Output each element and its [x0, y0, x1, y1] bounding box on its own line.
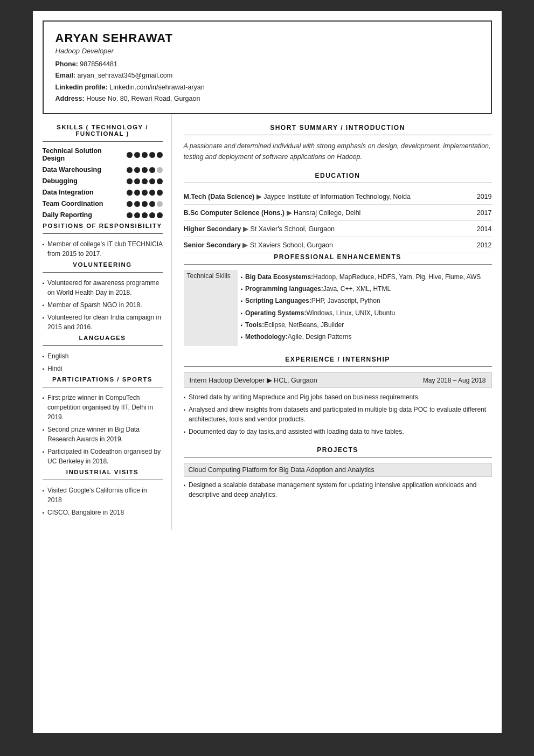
- skill-row: Daily Reporting: [43, 211, 163, 219]
- skill-dot: [127, 212, 133, 218]
- skill-dot: [142, 212, 148, 218]
- projects-divider: [184, 457, 492, 457]
- summary-divider: [184, 135, 492, 135]
- skill-dot: [157, 201, 163, 207]
- participations-title: PARTICIPATIONS / SPORTS: [43, 376, 163, 383]
- industrial-divider: [43, 480, 163, 480]
- skill-name: Data Warehousing: [43, 166, 122, 174]
- skill-dot: [142, 178, 148, 184]
- list-item: Participated in Codeathon organised by U…: [43, 447, 163, 466]
- languages-divider: [43, 345, 163, 346]
- skill-dot: [134, 212, 140, 218]
- skill-dot: [127, 167, 133, 173]
- address-line: Address: House No. 80, Rewari Road, Gurg…: [56, 93, 479, 105]
- left-column: SKILLS ( TECHNOLOGY / FUNCTIONAL ) Techn…: [43, 114, 172, 530]
- education-title: EDUCATION: [184, 172, 492, 179]
- skill-dot: [149, 178, 155, 184]
- skills-divider: [43, 141, 163, 142]
- list-item: CISCO, Bangalore in 2018: [43, 508, 163, 517]
- email-line: Email: aryan_sehravat345@gmail.com: [56, 70, 479, 81]
- experience-section: EXPERIENCE / INTERNSHIP Intern Hadoop De…: [184, 356, 492, 436]
- phone-value: 9878564481: [80, 60, 117, 68]
- experience-container: Intern Hadoop Developer ▶ HCL, GurgaonMa…: [184, 372, 492, 436]
- list-item: English: [43, 351, 163, 361]
- skill-dot: [149, 190, 155, 196]
- list-item: Second prize winner in Big Data Research…: [43, 425, 163, 444]
- skill-dot: [157, 212, 163, 218]
- summary-section: SHORT SUMMARY / INTRODUCTION A passionat…: [184, 124, 492, 162]
- list-item: Scripting Languages: PHP, Javascript, Py…: [241, 296, 489, 306]
- list-item: Programming languages: Java, C++, XML, H…: [241, 284, 489, 294]
- positions-title: POSITIONS OF RESPONSIBILITY: [43, 223, 163, 229]
- skill-dot: [149, 152, 155, 158]
- skill-dot: [142, 201, 148, 207]
- projects-container: Cloud Computing Platform for Big Data Ad…: [184, 463, 492, 500]
- skill-name: Team Coordination: [43, 200, 122, 207]
- education-divider: [184, 183, 492, 183]
- education-row: M.Tech (Data Science) ▶ Jaypee Institute…: [184, 189, 492, 205]
- education-row: B.Sc Computer Science (Hons.) ▶ Hansraj …: [184, 205, 492, 221]
- skill-dot: [134, 178, 140, 184]
- skill-dot: [142, 167, 148, 173]
- positions-section: POSITIONS OF RESPONSIBILITY Member of co…: [43, 223, 163, 259]
- summary-text: A passionate and determined individual w…: [184, 141, 492, 162]
- skill-name: Technical Solution Design: [43, 147, 122, 162]
- list-item: Hindi: [43, 364, 163, 373]
- volunteering-divider: [43, 272, 163, 273]
- list-item: First prize winner in CompuTech competit…: [43, 393, 163, 422]
- email-label: Email:: [56, 72, 76, 79]
- languages-list: EnglishHindi: [43, 351, 163, 373]
- list-item: Documented day to day tasks,and assisted…: [184, 427, 492, 436]
- address-label: Address:: [56, 95, 85, 102]
- education-year: 2017: [477, 209, 492, 217]
- enhancements-container: Technical SkillsBig Data Ecosystems: Had…: [184, 270, 492, 346]
- skill-dot: [127, 178, 133, 184]
- experience-bullets: Stored data by writing Mapreduce and Pig…: [184, 392, 492, 436]
- skill-dot: [134, 167, 140, 173]
- phone-line: Phone: 9878564481: [56, 59, 479, 70]
- positions-list: Member of college's IT club TECHNICIA fr…: [43, 239, 163, 259]
- skill-dot: [134, 190, 140, 196]
- experience-divider: [184, 366, 492, 367]
- skill-row: Data Warehousing: [43, 166, 163, 174]
- education-year: 2014: [477, 225, 492, 233]
- projects-title: PROJECTS: [184, 446, 492, 454]
- skill-dots: [127, 190, 163, 196]
- skill-dot: [134, 201, 140, 207]
- skill-dots: [127, 178, 163, 184]
- skill-name: Daily Reporting: [43, 211, 122, 219]
- skill-dot: [149, 167, 155, 173]
- list-item: Designed a scalable database management …: [184, 480, 492, 500]
- list-item: Member of college's IT club TECHNICIA fr…: [43, 239, 163, 259]
- skill-dots: [127, 201, 163, 207]
- skill-dot: [157, 178, 163, 184]
- projects-section: PROJECTS Cloud Computing Platform for Bi…: [184, 446, 492, 500]
- summary-title: SHORT SUMMARY / INTRODUCTION: [184, 124, 492, 131]
- industrial-list: Visited Google's California office in 20…: [43, 485, 163, 517]
- volunteering-section: VOLUNTEERING Volunteered for awareness p…: [43, 261, 163, 332]
- skill-dot: [157, 152, 163, 158]
- industrial-title: INDUSTRIAL VISITS: [43, 469, 163, 475]
- skill-dot: [142, 190, 148, 196]
- address-value: House No. 80, Rewari Road, Gurgaon: [86, 95, 200, 102]
- enhancement-content: Big Data Ecosystems: Hadoop, MapReduce, …: [238, 270, 492, 346]
- project-bullets: Designed a scalable database management …: [184, 480, 492, 500]
- education-year: 2012: [477, 241, 492, 249]
- experience-header: Intern Hadoop Developer ▶ HCL, GurgaonMa…: [184, 372, 492, 388]
- education-section: EDUCATION M.Tech (Data Science) ▶ Jaypee…: [184, 172, 492, 253]
- linkedin-label: Linkedin profile:: [56, 84, 108, 91]
- languages-section: LANGUAGES EnglishHindi: [43, 335, 163, 373]
- skill-dot: [127, 190, 133, 196]
- skill-row: Team Coordination: [43, 200, 163, 207]
- experience-title: EXPERIENCE / INTERNSHIP: [184, 356, 492, 363]
- project-title: Cloud Computing Platform for Big Data Ad…: [184, 463, 492, 477]
- education-list: M.Tech (Data Science) ▶ Jaypee Institute…: [184, 189, 492, 253]
- skill-dots: [127, 167, 163, 173]
- education-row: Higher Secondary ▶ St Xavier's School, G…: [184, 221, 492, 237]
- list-item: Big Data Ecosystems: Hadoop, MapReduce, …: [241, 272, 489, 282]
- linkedin-line: Linkedin profile: Linkedin.com/in/sehraw…: [56, 82, 479, 93]
- enhancements-table: Technical SkillsBig Data Ecosystems: Had…: [184, 270, 492, 346]
- education-info: B.Sc Computer Science (Hons.) ▶ Hansraj …: [184, 209, 361, 217]
- education-row: Senior Secondary ▶ St Xaviers School, Gu…: [184, 237, 492, 253]
- industrial-section: INDUSTRIAL VISITS Visited Google's Calif…: [43, 469, 163, 517]
